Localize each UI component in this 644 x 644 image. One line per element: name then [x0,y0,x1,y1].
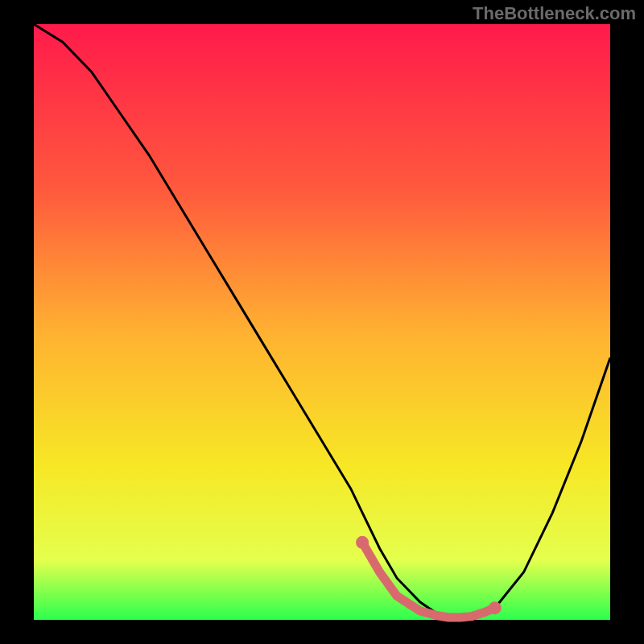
chart-frame: TheBottleneck.com [0,0,644,644]
attribution-label: TheBottleneck.com [473,3,636,24]
accent-dot [356,536,369,549]
accent-dot [489,601,502,614]
bottleneck-plot [0,0,644,644]
